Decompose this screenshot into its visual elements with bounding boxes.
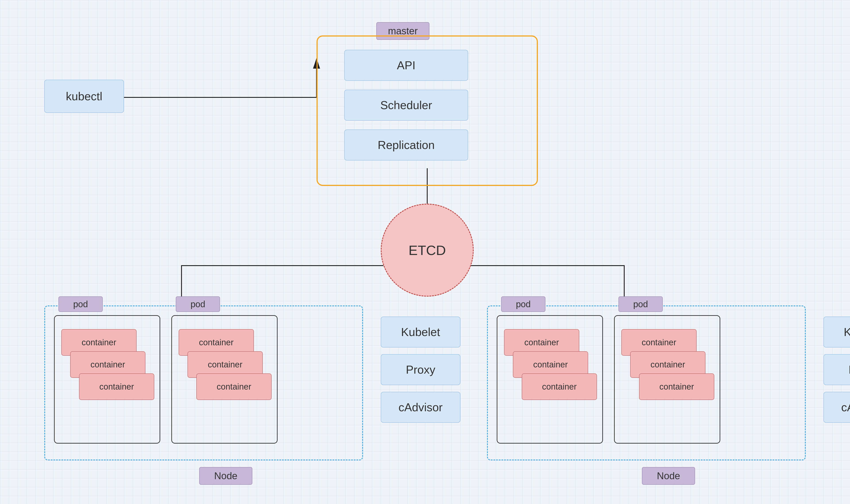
node2-pod2-container: container container container (614, 315, 720, 444)
api-label: API (397, 59, 415, 72)
replication-label: Replication (378, 138, 435, 151)
node1-pod1-label: pod (58, 296, 103, 312)
node2-cadvisor-box: cAdvisor (824, 392, 850, 423)
scheduler-label: Scheduler (380, 98, 432, 112)
node2-label: Node (642, 467, 695, 485)
node1-pod2-container: container container container (171, 315, 277, 444)
node2-pod1-label: pod (501, 296, 545, 312)
kubectl-label: kubectl (66, 90, 103, 103)
node2-pod2-label: pod (618, 296, 663, 312)
node2-pod1-container3: container (522, 373, 597, 400)
etcd-circle: ETCD (381, 204, 474, 296)
etcd-label: ETCD (409, 242, 446, 258)
kubectl-box: kubectl (44, 80, 124, 113)
node1-container: pod container container container pod co… (44, 305, 363, 461)
api-box: API (344, 50, 468, 81)
replication-box: Replication (344, 129, 468, 161)
node1-kubelet-box: Kubelet (381, 317, 460, 347)
node2-pod2-container3: container (639, 373, 714, 400)
diagram-container: kubectl master API Scheduler Replication… (0, 0, 850, 504)
node1-cadvisor-box: cAdvisor (381, 392, 460, 423)
node2-kubelet-box: Kubelet (824, 317, 850, 347)
master-container: API Scheduler Replication (317, 35, 538, 186)
node1-label: Node (199, 467, 252, 485)
node2-container: pod container container container pod co… (487, 305, 806, 461)
node2-proxy-box: Proxy (824, 354, 850, 385)
scheduler-box: Scheduler (344, 90, 468, 121)
node1-pod2-label: pod (176, 296, 220, 312)
node1-pod2-container3: container (196, 373, 272, 400)
node1-proxy-box: Proxy (381, 354, 460, 385)
node2-pod1-container: container container container (497, 315, 603, 444)
node1-pod1-container3: container (79, 373, 154, 400)
node1-pod1-container: container container container (54, 315, 160, 444)
